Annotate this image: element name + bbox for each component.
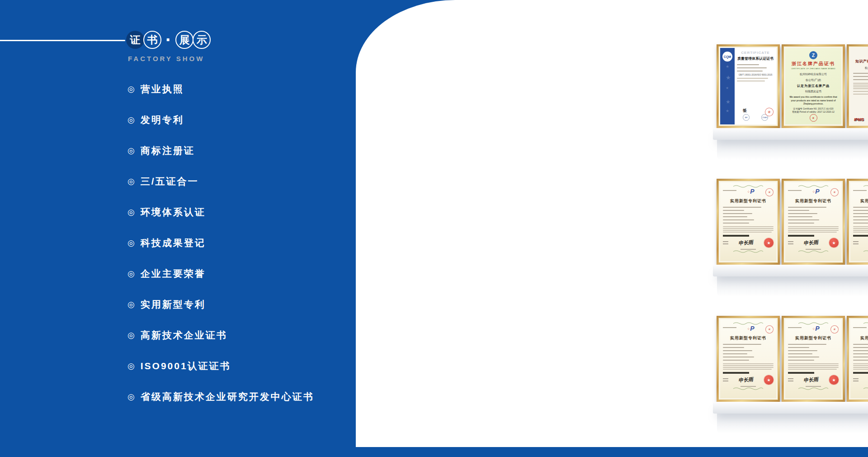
certificate-category-item: ◎企业主要荣誉 bbox=[127, 268, 314, 280]
cqm-logo-icon: CQM bbox=[722, 52, 732, 62]
national-emblem-seal-icon: ★ bbox=[829, 375, 839, 385]
standard-code: GB/T 19001-2016/ISO 9001:2015 bbox=[737, 73, 774, 76]
title-char: 证 bbox=[130, 33, 141, 47]
scope-block-placeholder bbox=[853, 82, 868, 90]
shelf-3 bbox=[713, 402, 868, 414]
bullseye-bullet-icon: ◎ bbox=[127, 362, 135, 370]
certificate-frame[interactable]: CQM★★★★★CERTIFICATE质量管理体系认证证书GB/T 19001-… bbox=[717, 44, 780, 128]
certificate-number-placeholder bbox=[853, 327, 867, 328]
certificate-number-placeholder bbox=[853, 190, 867, 191]
red-stamp-icon: ★ bbox=[764, 324, 774, 334]
bullseye-bullet-icon: ◎ bbox=[127, 393, 135, 401]
certificate-frame[interactable]: ⁘P★实用新型专利证书申长雨★ bbox=[782, 316, 845, 402]
text-line-placeholder bbox=[788, 365, 839, 366]
certificate-title: 质量管理体系认证证书 bbox=[737, 56, 774, 61]
bullseye-bullet-icon: ◎ bbox=[127, 239, 135, 247]
text-line-placeholder bbox=[723, 228, 774, 229]
certificate-category-label: ISO9001认证证书 bbox=[141, 360, 231, 372]
text-line-placeholder bbox=[788, 210, 809, 211]
certificate-mat: ⁘P★实用新型专利证书申长雨★ bbox=[718, 318, 778, 400]
certificate-title: 知识产权管理体系认证证书 bbox=[853, 59, 868, 64]
text-line-placeholder bbox=[737, 67, 767, 68]
title-separator-dot: · bbox=[165, 31, 171, 49]
certificate-paper: ⁘P★实用新型专利证书申长雨★ bbox=[720, 182, 776, 261]
text-line-placeholder bbox=[853, 228, 868, 229]
certificate-mat: ⁘P★实用新型专利证书申长雨★ bbox=[849, 181, 868, 263]
text-line-placeholder bbox=[723, 216, 747, 217]
patent-certificate-title: 实用新型专利证书 bbox=[723, 198, 774, 204]
certificate-row-2: ⁘P★实用新型专利证书申长雨★⁘P★实用新型专利证书申长雨★⁘P★实用新型专利证… bbox=[717, 179, 868, 265]
signature-scribble: 签 bbox=[742, 108, 747, 114]
bullseye-bullet-icon: ◎ bbox=[127, 177, 135, 186]
certificate-frame[interactable]: Z浙江名牌产品证书CERTIFICATE OF ZHEJIANG NAME BR… bbox=[782, 44, 845, 128]
certificate-frame[interactable]: ⁘P★实用新型专利证书申长雨★ bbox=[847, 316, 868, 402]
text-line-placeholder bbox=[853, 365, 868, 366]
title-char-circle: 书 bbox=[143, 31, 161, 49]
director-signature: 申长雨 bbox=[738, 376, 754, 384]
text-line-placeholder bbox=[723, 367, 774, 368]
certificate-number-placeholder bbox=[723, 190, 736, 191]
ornament-border-icon bbox=[853, 185, 868, 188]
star-icon: ★ bbox=[726, 64, 729, 69]
bullseye-bullet-icon: ◎ bbox=[127, 85, 135, 93]
director-signature: 申长雨 bbox=[738, 239, 754, 247]
text-line-placeholder bbox=[788, 223, 814, 224]
certificate-text: 认定为浙江名牌产品 bbox=[797, 84, 830, 88]
certificate-header-label: CERTIFICATE bbox=[737, 51, 774, 55]
ornament-border-icon bbox=[723, 322, 774, 325]
certificate-number-placeholder bbox=[723, 327, 736, 328]
paragraph-placeholder bbox=[853, 362, 868, 371]
certificate-category-label: 商标注册证 bbox=[141, 144, 195, 157]
certificate-paper: CQM★★★★★CERTIFICATE质量管理体系认证证书GB/T 19001-… bbox=[720, 48, 776, 124]
text-line-placeholder bbox=[788, 369, 837, 370]
certificate-frame[interactable]: ZG知识产权管理体系认证证书杭州特种纸业有限公司IPMS★印 bbox=[847, 44, 868, 128]
certificate-frame[interactable]: ⁘P★实用新型专利证书申长雨★ bbox=[717, 316, 780, 402]
text-line-placeholder bbox=[788, 228, 839, 229]
certificate-mat: ⁘P★实用新型专利证书申长雨★ bbox=[718, 181, 778, 263]
bullseye-bullet-icon: ◎ bbox=[127, 208, 135, 216]
barcode-placeholder bbox=[853, 235, 868, 237]
certificate-category-item: ◎营业执照 bbox=[127, 83, 314, 95]
certificate-frame[interactable]: ⁘P★实用新型专利证书申长雨★ bbox=[782, 179, 845, 265]
text-line-placeholder bbox=[853, 353, 868, 354]
title-char-circle-filled: 证 bbox=[126, 31, 144, 49]
paragraph-placeholder bbox=[853, 225, 868, 233]
shelf-1 bbox=[713, 128, 868, 140]
text-line-placeholder bbox=[788, 232, 837, 233]
certificate-category-list: ◎营业执照◎发明专利◎商标注册证◎三/五证合一◎环境体系认证◎科技成果登记◎企业… bbox=[127, 83, 314, 422]
title-underline bbox=[0, 40, 125, 41]
star-icon: ★ bbox=[726, 74, 731, 81]
certificate-category-item: ◎省级高新技术企业研究开发中心证书 bbox=[127, 391, 314, 403]
star-icon: ★ bbox=[726, 86, 729, 90]
certificate-paper: ⁘P★实用新型专利证书申长雨★ bbox=[850, 182, 868, 261]
bullseye-bullet-icon: ◎ bbox=[127, 300, 135, 309]
text-line-placeholder bbox=[853, 360, 868, 361]
certificate-category-label: 企业主要荣誉 bbox=[141, 267, 206, 280]
text-line-placeholder bbox=[737, 71, 763, 71]
certificate-category-item: ◎环境体系认证 bbox=[127, 206, 314, 218]
text-line-placeholder bbox=[723, 344, 761, 345]
certificate-frame[interactable]: ⁘P★实用新型专利证书申长雨★ bbox=[717, 179, 780, 265]
certificate-title: 浙江名牌产品证书 bbox=[792, 61, 835, 67]
red-stamp-icon: ★ bbox=[764, 187, 774, 197]
text-line-placeholder bbox=[723, 363, 774, 364]
ornament-border-icon bbox=[788, 185, 839, 188]
text-line-placeholder bbox=[788, 357, 819, 357]
certificate-category-item: ◎ISO9001认证证书 bbox=[127, 360, 314, 372]
text-line-placeholder bbox=[723, 365, 774, 366]
ornament-border-icon bbox=[788, 387, 839, 390]
certificate-paper: Z浙江名牌产品证书CERTIFICATE OF ZHEJIANG NAME BR… bbox=[785, 48, 841, 124]
text-line-placeholder bbox=[788, 216, 812, 217]
ornament-border-icon bbox=[788, 250, 839, 253]
patent-office-logo-icon: ⁘P bbox=[747, 188, 754, 195]
text-line-placeholder bbox=[788, 367, 839, 368]
ornament-border-icon bbox=[723, 185, 774, 188]
certificate-category-item: ◎实用新型专利 bbox=[127, 299, 314, 310]
certificate-frame[interactable]: ⁘P★实用新型专利证书申长雨★ bbox=[847, 179, 868, 265]
text-line-placeholder bbox=[788, 226, 839, 227]
certificate-category-label: 科技成果登记 bbox=[141, 237, 206, 249]
director-label-placeholder bbox=[788, 240, 793, 246]
certificate-category-label: 三/五证合一 bbox=[141, 175, 199, 188]
certificate-validity: 有效期 Period of validity: 2017.12-2020.12 bbox=[792, 110, 835, 113]
text-line-placeholder bbox=[853, 210, 868, 211]
